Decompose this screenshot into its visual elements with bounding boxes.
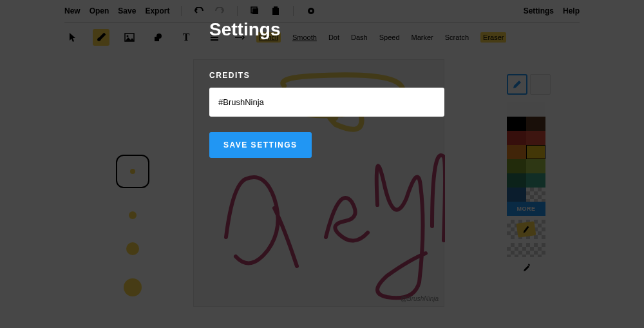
credits-label: CREDITS [209,71,448,80]
credits-input[interactable] [209,88,444,117]
modal-overlay[interactable]: Settings CREDITS SAVE SETTINGS [0,0,644,328]
settings-modal: Settings CREDITS SAVE SETTINGS [209,19,448,158]
save-settings-button[interactable]: SAVE SETTINGS [209,132,312,158]
modal-title: Settings [209,19,448,40]
